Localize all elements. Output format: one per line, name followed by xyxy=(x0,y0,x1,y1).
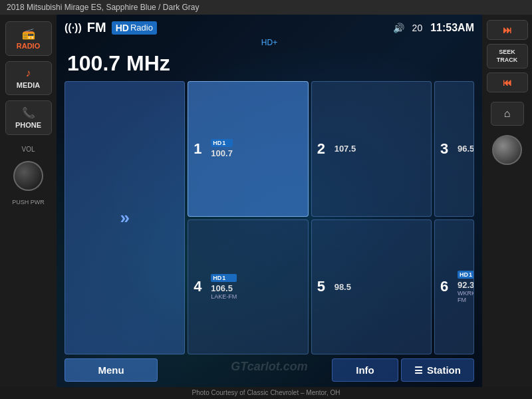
preset-number-2: 2 xyxy=(317,140,331,158)
screen-header: ((·)) FM HD Radio 🔊 20 11:53AM xyxy=(65,20,474,35)
preset-freq-3: 96.5 xyxy=(458,144,474,154)
preset-details-1: HD1 100.7 xyxy=(211,139,233,158)
page-title: 2018 Mitsubishi Mirage ES, Sapphire Blue… xyxy=(7,3,199,12)
preset-number-3: 3 xyxy=(440,140,454,158)
arrow-icon: » xyxy=(120,207,129,228)
preset-details-3: 96.5 xyxy=(458,144,474,154)
fm-wave-icon: ((·)) xyxy=(65,22,82,34)
preset-number-5: 5 xyxy=(317,278,331,295)
radio-icon: 📻 xyxy=(22,27,35,40)
radio-label: RADIO xyxy=(17,42,40,50)
menu-button[interactable]: Menu xyxy=(65,358,158,382)
seek-track-button[interactable]: SEEK TRACK xyxy=(487,44,528,68)
seek-track-label: SEEK TRACK xyxy=(497,49,518,64)
skip-forward-button[interactable]: ⏭ xyxy=(487,20,528,40)
preset-details-5: 98.5 xyxy=(334,282,351,292)
preset-number-1: 1 xyxy=(194,140,207,158)
preset-name-6: WKRK-FM xyxy=(458,290,474,303)
time-display: 11:53AM xyxy=(430,22,474,34)
header-left: ((·)) FM HD Radio xyxy=(65,20,157,35)
preset-grid: 1 HD1 100.7 2 107.5 xyxy=(65,81,474,354)
right-panel: ⏭ SEEK TRACK ⏮ ⌂ xyxy=(482,15,532,387)
preset-details-6: HD1 92.3 WKRK-FM xyxy=(458,271,474,303)
preset-button-6[interactable]: 6 HD1 92.3 WKRK-FM xyxy=(434,219,474,355)
fm-label: FM xyxy=(87,20,106,35)
arrow-next-button[interactable]: » xyxy=(65,81,185,354)
hd-indicator-text: HD+ xyxy=(261,38,277,47)
push-pwr-label: PUSH PWR xyxy=(12,199,45,205)
info-button[interactable]: Info xyxy=(332,358,398,382)
hd-text: HD xyxy=(116,23,129,33)
volume-knob[interactable] xyxy=(13,161,43,191)
media-label: MEDIA xyxy=(17,81,40,89)
vol-label: VOL xyxy=(21,146,35,153)
preset-hd-6: HD1 xyxy=(458,271,474,279)
volume-value: 20 xyxy=(412,23,423,33)
phone-button[interactable]: 📞 PHONE xyxy=(5,100,52,135)
preset-details-2: 107.5 xyxy=(334,144,356,154)
skip-back-button[interactable]: ⏮ xyxy=(487,72,528,92)
preset-number-6: 6 xyxy=(440,278,454,295)
media-icon: ♪ xyxy=(26,67,31,79)
station-label: Station xyxy=(427,364,461,376)
preset-button-1[interactable]: 1 HD1 100.7 xyxy=(188,81,308,217)
preset-number-4: 4 xyxy=(194,278,207,295)
screen-content: ((·)) FM HD Radio 🔊 20 11:53AM HD+ xyxy=(57,15,482,387)
preset-hd-4: HD1 xyxy=(211,274,237,282)
preset-button-3[interactable]: 3 96.5 xyxy=(434,81,474,217)
preset-button-2[interactable]: 2 107.5 xyxy=(311,81,432,217)
preset-button-4[interactable]: 4 HD1 106.5 LAKE-FM xyxy=(188,219,308,355)
preset-freq-1: 100.7 xyxy=(211,148,233,158)
skip-forward-icon: ⏭ xyxy=(503,25,512,35)
phone-icon: 📞 xyxy=(22,106,35,119)
home-icon: ⌂ xyxy=(504,108,511,120)
preset-hd-1: HD1 xyxy=(211,139,233,147)
preset-freq-5: 98.5 xyxy=(334,282,351,292)
home-button[interactable]: ⌂ xyxy=(491,102,524,126)
preset-freq-2: 107.5 xyxy=(334,144,356,154)
top-bar: 2018 Mitsubishi Mirage ES, Sapphire Blue… xyxy=(0,0,532,15)
photo-credit: Photo Courtesy of Classic Chevrolet – Me… xyxy=(0,389,532,396)
skip-back-icon: ⏮ xyxy=(503,77,512,88)
center-screen: ((·)) FM HD Radio 🔊 20 11:53AM HD+ xyxy=(57,15,482,387)
preset-name-4: LAKE-FM xyxy=(211,293,237,300)
frequency-display: 100.7 MHz xyxy=(67,51,474,76)
phone-label: PHONE xyxy=(15,121,41,129)
station-button[interactable]: ☰ Station xyxy=(401,358,474,382)
hd-badge: HD Radio xyxy=(112,21,157,35)
right-knob[interactable] xyxy=(492,135,522,165)
preset-details-4: HD1 106.5 LAKE-FM xyxy=(211,274,237,300)
media-button[interactable]: ♪ MEDIA xyxy=(5,61,52,95)
volume-icon: 🔊 xyxy=(393,23,404,33)
preset-freq-6: 92.3 xyxy=(458,280,474,290)
bottom-bar: Menu Info ☰ Station xyxy=(65,358,474,382)
station-icon: ☰ xyxy=(414,365,423,376)
hd-radio-label: Radio xyxy=(130,23,153,33)
radio-button[interactable]: 📻 RADIO xyxy=(5,21,52,56)
main-container: 📻 RADIO ♪ MEDIA 📞 PHONE VOL PUSH PWR ((·… xyxy=(0,15,532,387)
header-right: 🔊 20 11:53AM xyxy=(393,22,474,34)
preset-freq-4: 106.5 xyxy=(211,283,237,293)
preset-button-5[interactable]: 5 98.5 xyxy=(311,219,432,355)
left-panel: 📻 RADIO ♪ MEDIA 📞 PHONE VOL PUSH PWR xyxy=(0,15,57,387)
hd-indicator: HD+ xyxy=(65,38,474,47)
